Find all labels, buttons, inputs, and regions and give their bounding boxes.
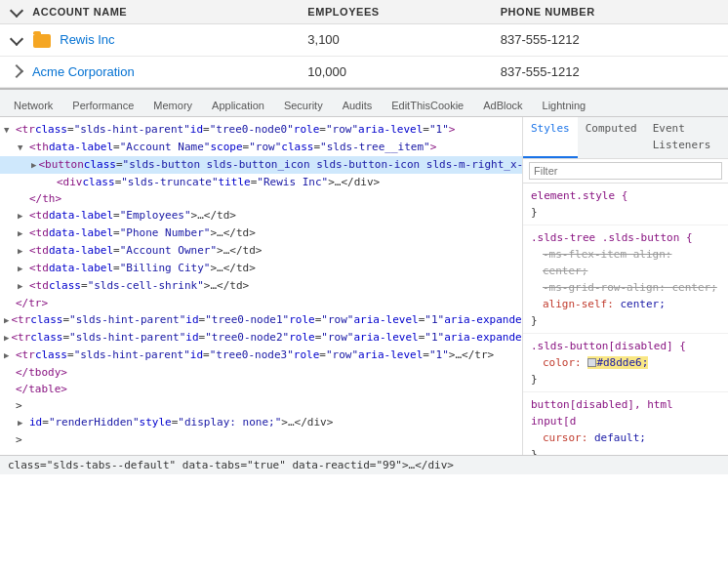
css-selector: .slds-tree .slds-button {	[531, 229, 720, 246]
styles-tab-bar: StylesComputedEvent Listeners	[523, 117, 728, 159]
styles-tab-styles[interactable]: Styles	[523, 117, 578, 158]
devtools-tab-security[interactable]: Security	[274, 96, 333, 117]
html-line[interactable]: <td data-label="Billing City">…</td>	[0, 260, 522, 277]
devtools-tab-editthiscookie[interactable]: EditThisCookie	[382, 96, 473, 117]
styles-filter-input[interactable]	[529, 162, 722, 180]
expand-icon[interactable]	[18, 414, 27, 431]
devtools-content: <tr class="slds-hint-parent" id="tree0-n…	[0, 117, 728, 455]
html-line[interactable]: >	[0, 397, 522, 414]
expand-icon[interactable]	[4, 311, 9, 329]
expand-icon[interactable]	[4, 347, 14, 364]
css-close-brace: }	[531, 371, 720, 388]
css-rule: button[disabled], html input[dcursor: de…	[523, 392, 728, 455]
html-line[interactable]: <td data-label="Phone Number">…</td>	[0, 225, 522, 242]
table-row: Rewis Inc 3,100 837-555-1212	[0, 24, 728, 57]
html-line[interactable]: <tr class="slds-hint-parent" id="tree0-n…	[0, 329, 522, 347]
html-line[interactable]: </th>	[0, 190, 522, 207]
row-expand-icon[interactable]	[10, 64, 23, 78]
expand-icon[interactable]	[18, 277, 27, 295]
html-line[interactable]: <th data-label="Account Name" scope="row…	[0, 139, 522, 156]
css-close-brace: }	[531, 446, 720, 455]
expand-icon[interactable]	[18, 139, 27, 156]
expand-icon[interactable]	[18, 225, 27, 242]
cell-employees: 3,100	[296, 24, 488, 57]
html-line[interactable]: <button class="slds-button slds-button_i…	[0, 156, 522, 174]
sort-icon[interactable]	[10, 4, 23, 18]
account-name-link[interactable]: Rewis Inc	[60, 32, 114, 47]
styles-pane: StylesComputedEvent Listeners element.st…	[523, 117, 728, 455]
html-line[interactable]: <td data-label="Employees">…</td>	[0, 207, 522, 225]
devtools-panel: NetworkPerformanceMemoryApplicationSecur…	[0, 88, 728, 455]
expand-icon[interactable]	[18, 207, 27, 225]
html-line[interactable]: id="renderHidden" style="display: none;"…	[0, 414, 522, 431]
css-selector: .slds-button[disabled] {	[531, 338, 720, 354]
col-phone: PHONE NUMBER	[489, 0, 728, 24]
html-line[interactable]: <tr class="slds-hint-parent" id="tree0-n…	[0, 311, 522, 329]
table-row: Acme Corporation 10,000 837-555-1212	[0, 56, 728, 87]
css-property: align-self: center;	[543, 296, 720, 312]
account-table: ACCOUNT NAME EMPLOYEES PHONE NUMBER Rewi…	[0, 0, 728, 88]
folder-icon	[33, 34, 51, 48]
bottom-bar-text: class="slds-tabs--default" data-tabs="tr…	[8, 459, 454, 471]
html-line[interactable]: </tbody>	[0, 364, 522, 381]
html-line[interactable]: <div class="slds-truncate" title="Rewis …	[0, 174, 522, 190]
devtools-tab-application[interactable]: Application	[202, 96, 274, 117]
css-selector: element.style {	[531, 187, 720, 204]
html-line[interactable]: </tr>	[0, 295, 522, 311]
css-property: -ms-grid-row-align: center;	[543, 279, 720, 296]
devtools-tab-audits[interactable]: Audits	[333, 96, 383, 117]
expand-icon[interactable]	[31, 156, 36, 174]
devtools-tab-performance[interactable]: Performance	[62, 96, 143, 117]
html-line[interactable]: <tr class="slds-hint-parent" id="tree0-n…	[0, 121, 522, 139]
cell-employees: 10,000	[296, 56, 488, 87]
html-line[interactable]: </table>	[0, 381, 522, 397]
bottom-bar: class="slds-tabs--default" data-tabs="tr…	[0, 455, 728, 474]
devtools-tab-network[interactable]: Network	[4, 96, 62, 117]
account-name-link[interactable]: Acme Corporation	[32, 64, 135, 79]
html-line[interactable]: <tr class="slds-hint-parent" id="tree0-n…	[0, 347, 522, 364]
styles-tab-event-listeners[interactable]: Event Listeners	[645, 117, 728, 158]
css-property: color: #d8dde6;	[543, 354, 720, 371]
html-line[interactable]: <td data-label="Account Owner">…</td>	[0, 242, 522, 260]
expand-icon[interactable]	[18, 260, 27, 277]
col-employees: EMPLOYEES	[296, 0, 488, 24]
css-rule: element.style {}	[523, 184, 728, 225]
expand-icon[interactable]	[4, 121, 14, 139]
html-pane: <tr class="slds-hint-parent" id="tree0-n…	[0, 117, 523, 455]
html-line[interactable]: >	[0, 431, 522, 448]
css-rule: .slds-button[disabled] {color: #d8dde6;}	[523, 334, 728, 392]
devtools-tab-lightning[interactable]: Lightning	[533, 96, 596, 117]
devtools-tab-bar: NetworkPerformanceMemoryApplicationSecur…	[0, 90, 728, 117]
cell-account-name: Rewis Inc	[0, 24, 296, 57]
col-account-name: ACCOUNT NAME	[0, 0, 296, 24]
expand-icon[interactable]	[18, 242, 27, 260]
cell-account-name: Acme Corporation	[0, 56, 296, 87]
css-selector: button[disabled], html input[d	[531, 396, 720, 429]
css-property: cursor: default;	[543, 429, 720, 446]
css-property: -ms-flex-item align: center;	[543, 246, 720, 279]
expand-icon[interactable]	[4, 329, 9, 347]
devtools-tab-memory[interactable]: Memory	[143, 96, 202, 117]
cell-phone: 837-555-1212	[489, 56, 728, 87]
styles-tab-computed[interactable]: Computed	[578, 117, 645, 158]
devtools-tab-adblock[interactable]: AdBlock	[473, 96, 532, 117]
styles-filter-bar	[523, 159, 728, 184]
css-close-brace: }	[531, 204, 720, 221]
css-rules: element.style {}.slds-tree .slds-button …	[523, 184, 728, 455]
css-close-brace: }	[531, 312, 720, 329]
css-rule: .slds-tree .slds-button {-ms-flex-item a…	[523, 225, 728, 334]
html-line[interactable]: <td class="slds-cell-shrink">…</td>	[0, 277, 522, 295]
cell-phone: 837-555-1212	[489, 24, 728, 57]
col-header-account: ACCOUNT NAME	[32, 6, 127, 18]
row-expand-icon[interactable]	[10, 31, 23, 45]
